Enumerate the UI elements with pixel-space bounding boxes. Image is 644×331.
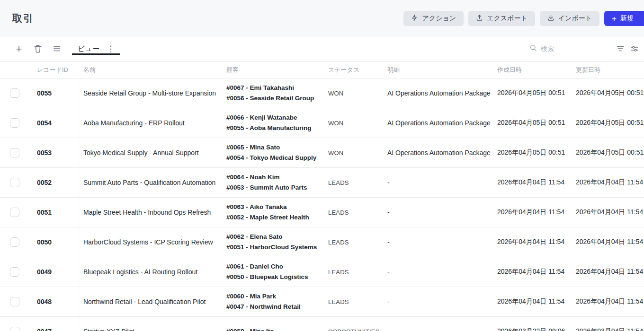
- created-at-text: 2026年04月04日 11:54: [497, 178, 564, 187]
- delete-button[interactable]: [32, 44, 44, 55]
- search-input[interactable]: [541, 45, 602, 52]
- export-button[interactable]: エクスポート: [468, 11, 535, 26]
- created-at-text: 2026年04月04日 11:54: [497, 268, 564, 276]
- search-icon: [529, 44, 537, 53]
- cell-updated: 2026年04月05日 00:51: [571, 138, 644, 167]
- record-id-text: 0055: [37, 89, 52, 97]
- status-text: LEADS: [328, 179, 349, 186]
- cell-name: Tokyo Medical Supply - Annual Support: [79, 138, 223, 167]
- column-header-name[interactable]: 名前: [79, 66, 223, 74]
- customer-company-link[interactable]: #0051 - HarborCloud Systems: [226, 242, 317, 253]
- customer-contact-link[interactable]: #0065 - Mina Sato: [226, 142, 280, 153]
- cell-record-id: 0053: [29, 138, 79, 167]
- customer-contact-link[interactable]: #0066 - Kenji Watanabe: [226, 113, 297, 123]
- list-view-button[interactable]: [51, 44, 63, 55]
- updated-at-text: 2026年04月05日 00:51: [576, 148, 644, 157]
- table-row[interactable]: 0054 Aoba Manufacturing - ERP Rollout #0…: [0, 108, 644, 138]
- actions-button[interactable]: アクション: [403, 11, 464, 26]
- table-row[interactable]: 0048 Northwind Retail - Lead Qualificati…: [0, 287, 644, 316]
- row-checkbox[interactable]: [10, 237, 19, 247]
- cell-detail: -: [384, 168, 492, 197]
- table-row[interactable]: 0050 HarborCloud Systems - ICP Scoring R…: [0, 227, 644, 257]
- cell-customer: #0065 - Mina Sato #0054 - Tokyo Medical …: [223, 138, 324, 167]
- display-settings-button[interactable]: [629, 44, 640, 55]
- table-row[interactable]: 0051 Maple Street Health - Inbound Ops R…: [0, 197, 644, 227]
- add-view-button[interactable]: +: [13, 44, 25, 55]
- record-id-text: 0049: [37, 268, 52, 276]
- cell-name: Maple Street Health - Inbound Ops Refres…: [79, 198, 223, 227]
- download-icon: [547, 14, 555, 23]
- customer-contact-link[interactable]: #0061 - Daniel Cho: [226, 261, 283, 272]
- row-checkbox[interactable]: [10, 208, 19, 217]
- row-checkbox[interactable]: [10, 148, 19, 157]
- table-header: レコードID 名前 顧客 ステータス 明細 作成日時 更新日時: [0, 62, 644, 78]
- created-at-text: 2026年04月05日 00:51: [497, 89, 565, 97]
- column-header-updated[interactable]: 更新日時: [571, 66, 644, 74]
- cell-name: Summit Auto Parts - Qualification Automa…: [79, 168, 223, 197]
- cell-record-id: 0047: [29, 317, 79, 331]
- created-at-text: 2026年04月04日 11:54: [497, 297, 564, 306]
- updated-at-text: 2026年04月05日 00:51: [576, 89, 644, 97]
- column-header-created[interactable]: 作成日時: [492, 66, 571, 74]
- customer-company-link[interactable]: #0053 - Summit Auto Parts: [226, 183, 307, 193]
- table-row[interactable]: 0053 Tokyo Medical Supply - Annual Suppo…: [0, 138, 644, 167]
- record-id-text: 0051: [37, 209, 52, 216]
- new-button[interactable]: + 新規: [604, 11, 644, 26]
- cell-created: 2026年04月04日 11:54: [492, 227, 571, 257]
- customer-company-link[interactable]: #0054 - Tokyo Medical Supply: [226, 153, 316, 164]
- cell-updated: 2026年04月04日 11:54: [571, 227, 644, 257]
- status-text: WON: [328, 120, 343, 127]
- customer-company-link[interactable]: #0055 - Aoba Manufacturing: [226, 123, 312, 134]
- checkbox-cell: [0, 227, 29, 257]
- table-row[interactable]: 0047 Startup XYZ Pilot #0059 - Mina Ito …: [0, 316, 644, 331]
- updated-at-text: 2026年04月04日 11:54: [576, 268, 643, 276]
- customer-company-link[interactable]: #0050 - Bluepeak Logistics: [226, 272, 308, 283]
- status-text: WON: [328, 149, 343, 157]
- cell-name: Northwind Retail - Lead Qualification Pi…: [79, 287, 223, 316]
- customer-contact-link[interactable]: #0059 - Mina Ito: [226, 326, 274, 331]
- cell-detail: AI Operations Automation Package: [384, 138, 492, 167]
- filter-lines-icon: [616, 44, 625, 54]
- column-header-status[interactable]: ステータス: [324, 66, 384, 74]
- updated-at-text: 2026年04月04日 11:54: [576, 238, 643, 246]
- record-id-text: 0048: [37, 298, 52, 305]
- detail-text: -: [387, 328, 390, 331]
- customer-contact-link[interactable]: #0060 - Mia Park: [226, 291, 276, 302]
- customer-company-link[interactable]: #0052 - Maple Street Health: [226, 212, 309, 223]
- cell-updated: 2026年04月04日 11:54: [571, 257, 644, 287]
- table-row[interactable]: 0052 Summit Auto Parts - Qualification A…: [0, 167, 644, 197]
- cell-created: 2026年04月04日 11:54: [492, 168, 571, 197]
- customer-company-link[interactable]: #0056 - Seaside Retail Group: [226, 93, 314, 104]
- column-header-customer[interactable]: 顧客: [223, 66, 324, 74]
- column-header-detail[interactable]: 明細: [384, 66, 492, 74]
- row-checkbox[interactable]: [10, 267, 19, 277]
- row-checkbox[interactable]: [10, 297, 19, 306]
- customer-contact-link[interactable]: #0063 - Aiko Tanaka: [226, 202, 287, 213]
- cell-status: LEADS: [324, 168, 384, 197]
- cell-created: 2026年04月04日 11:54: [492, 257, 571, 287]
- filter-button[interactable]: [615, 44, 626, 55]
- row-checkbox[interactable]: [10, 88, 19, 98]
- customer-contact-link[interactable]: #0064 - Noah Kim: [226, 172, 280, 183]
- cell-customer: #0063 - Aiko Tanaka #0052 - Maple Street…: [223, 198, 324, 227]
- import-button[interactable]: インポート: [540, 11, 599, 26]
- customer-contact-link[interactable]: #0062 - Elena Sato: [226, 232, 283, 243]
- checkbox-cell: [0, 108, 29, 138]
- kebab-menu-icon[interactable]: ⋮: [107, 45, 115, 53]
- toolbar-right: [528, 37, 640, 61]
- customer-company-link[interactable]: #0047 - Northwind Retail: [226, 302, 301, 313]
- cell-record-id: 0048: [29, 287, 79, 316]
- cell-customer: #0062 - Elena Sato #0051 - HarborCloud S…: [223, 227, 324, 257]
- table-row[interactable]: 0049 Bluepeak Logistics - AI Routing Rol…: [0, 257, 644, 287]
- row-checkbox[interactable]: [10, 118, 19, 128]
- row-checkbox[interactable]: [10, 327, 19, 331]
- table-row[interactable]: 0055 Seaside Retail Group - Multi-store …: [0, 78, 644, 108]
- tab-view[interactable]: ビュー ⋮: [72, 44, 120, 55]
- cell-updated: 2026年04月04日 11:54: [571, 168, 644, 197]
- row-checkbox[interactable]: [10, 178, 19, 187]
- trash-icon: [34, 44, 42, 54]
- deal-name-text: HarborCloud Systems - ICP Scoring Review: [83, 238, 213, 246]
- cell-status: LEADS: [324, 257, 384, 287]
- column-header-record-id[interactable]: レコードID: [29, 66, 79, 74]
- customer-contact-link[interactable]: #0067 - Emi Takahashi: [226, 83, 294, 94]
